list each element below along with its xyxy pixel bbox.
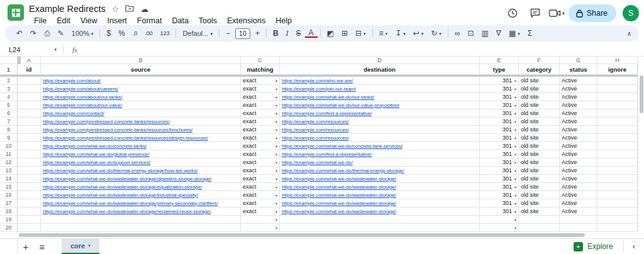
- redo-icon[interactable]: ↷: [26, 30, 40, 37]
- comment-history-icon[interactable]: [526, 4, 545, 23]
- cell-source[interactable]: https://example.com/about/: [41, 77, 241, 85]
- matching-dropdown-icon[interactable]: ▾: [275, 111, 277, 116]
- menu-extensions[interactable]: Extensions: [222, 16, 270, 26]
- cell-id[interactable]: [18, 118, 41, 126]
- italic-icon[interactable]: I: [282, 30, 292, 37]
- meet-button[interactable]: ▾: [548, 8, 565, 18]
- field-header-source[interactable]: source: [41, 64, 241, 75]
- row-number[interactable]: 11: [0, 150, 18, 158]
- meet-dropdown-icon[interactable]: ▾: [562, 11, 565, 16]
- matching-dropdown-icon[interactable]: ▾: [275, 119, 277, 124]
- create-filter-icon[interactable]: ∇: [492, 30, 505, 37]
- cell-destination[interactable]: https://example.com/find-a-representativ…: [280, 150, 480, 158]
- cell-type[interactable]: 301▾: [480, 167, 519, 175]
- cell-matching[interactable]: exact▾: [241, 93, 280, 101]
- menu-insert[interactable]: Insert: [103, 16, 132, 26]
- row-number[interactable]: 6: [0, 109, 18, 118]
- cell-id[interactable]: [18, 85, 41, 93]
- cell-id[interactable]: [18, 183, 41, 191]
- cell-matching[interactable]: exact▾: [241, 109, 280, 118]
- cell-type[interactable]: 301▾: [480, 77, 519, 85]
- text-rotation-icon[interactable]: ↻▾: [427, 30, 445, 37]
- type-dropdown-icon[interactable]: ▾: [514, 136, 516, 140]
- paint-format-icon[interactable]: ✎: [54, 30, 68, 37]
- cell-destination[interactable]: https://example.com/what-we-do/wastewate…: [280, 207, 480, 216]
- menu-edit[interactable]: Edit: [52, 16, 75, 26]
- cell-type[interactable]: 301▾: [480, 126, 519, 134]
- row-number[interactable]: 13: [0, 167, 18, 175]
- cell-id[interactable]: [18, 77, 41, 85]
- type-dropdown-icon[interactable]: ▾: [514, 209, 516, 214]
- cell-ignore[interactable]: [597, 142, 638, 150]
- cell-status[interactable]: Active: [560, 191, 597, 199]
- type-dropdown-icon[interactable]: ▾: [514, 87, 516, 91]
- all-sheets-icon[interactable]: ≡: [34, 241, 50, 252]
- cell-category[interactable]: old site: [519, 175, 560, 183]
- cell-ignore[interactable]: [597, 85, 638, 93]
- cell-source[interactable]: https://example.com/what-we-do/support-s…: [41, 158, 241, 167]
- destination-link[interactable]: https://example.com/what-we-do/wastewate…: [282, 176, 396, 182]
- column-header-F[interactable]: F: [519, 57, 560, 64]
- menu-help[interactable]: Help: [270, 16, 297, 26]
- horizontal-align-icon[interactable]: ≡▾: [375, 30, 392, 37]
- merge-cells-icon-dropdown-icon[interactable]: ▾: [364, 31, 366, 36]
- cell-category[interactable]: old site: [519, 207, 560, 216]
- cell-source[interactable]: https://example.com/what-we-do/wastewate…: [41, 175, 241, 183]
- destination-link[interactable]: https://example.com/what-we-do/wastewate…: [282, 184, 396, 190]
- cell-status[interactable]: Active: [560, 167, 597, 175]
- text-wrap-icon[interactable]: ↩▾: [409, 30, 428, 37]
- cell-id[interactable]: [18, 150, 41, 158]
- cell-type[interactable]: 301▾: [480, 85, 519, 93]
- borders-icon[interactable]: ⊞: [338, 30, 352, 37]
- field-header-type[interactable]: type: [480, 64, 519, 75]
- destination-link[interactable]: https://example.com/what-we-do/wastewate…: [282, 192, 396, 198]
- cell-id[interactable]: [18, 224, 41, 232]
- horizontal-scrollbar-thumb[interactable]: [19, 233, 585, 237]
- source-link[interactable]: https://example.com/prestressed-concrete…: [43, 135, 208, 141]
- cell-source[interactable]: https://example.com/prestressed-concrete…: [41, 134, 241, 142]
- cell-type[interactable]: 301▾: [480, 101, 519, 109]
- row-number[interactable]: 3: [0, 85, 18, 93]
- cell-destination[interactable]: https://example.com/what-we-do/concrete-…: [280, 142, 480, 150]
- row-number[interactable]: 17: [0, 199, 18, 207]
- share-button[interactable]: Share: [569, 4, 616, 22]
- cell-category[interactable]: old site: [519, 101, 560, 109]
- cell-destination[interactable]: https://example.com/join-our-team/: [280, 85, 480, 93]
- font-select-dropdown-icon[interactable]: ▾: [210, 31, 213, 36]
- cell-matching[interactable]: exact▾: [241, 183, 280, 191]
- row-number[interactable]: 7: [0, 118, 18, 126]
- sheet-tab-core[interactable]: core ▾: [62, 239, 99, 254]
- matching-dropdown-icon[interactable]: ▾: [275, 177, 277, 181]
- cell-destination[interactable]: https://example.com/resources/: [280, 134, 480, 142]
- type-dropdown-icon[interactable]: ▾: [514, 144, 516, 148]
- cell-ignore[interactable]: [597, 77, 638, 85]
- cell-id[interactable]: [18, 207, 41, 216]
- cell-status[interactable]: Active: [560, 118, 597, 126]
- cell-status[interactable]: Active: [560, 134, 597, 142]
- destination-link[interactable]: https://example.com/find-a-representativ…: [282, 111, 372, 116]
- source-link[interactable]: https://example.com/what-we-do/support-s…: [43, 160, 150, 165]
- text-color-icon[interactable]: A: [305, 29, 318, 38]
- row-number[interactable]: 14: [0, 175, 18, 183]
- cell-id[interactable]: [18, 199, 41, 207]
- cell-source[interactable]: https://example.com/what-we-do/wastewate…: [41, 191, 241, 199]
- cell-id[interactable]: [18, 158, 41, 167]
- cell-source[interactable]: https://example.com/prestressed-concrete…: [41, 126, 241, 134]
- cell-ignore[interactable]: [597, 150, 638, 158]
- menu-view[interactable]: View: [75, 16, 103, 26]
- row-number[interactable]: 16: [0, 191, 18, 199]
- cell-destination[interactable]: https://example.com/what-we-do/wastewate…: [280, 175, 480, 183]
- cell-type[interactable]: 301▾: [480, 207, 519, 216]
- type-dropdown-icon[interactable]: ▾: [514, 128, 516, 132]
- matching-dropdown-icon[interactable]: ▾: [275, 136, 277, 140]
- destination-link[interactable]: https://example.com/what-we-do/wastewate…: [282, 209, 396, 214]
- row-number[interactable]: 12: [0, 158, 18, 167]
- vertical-scrollbar-thumb[interactable]: [640, 75, 643, 113]
- cell-ignore[interactable]: [597, 191, 638, 199]
- source-link[interactable]: https://example.com/prestressed-concrete…: [43, 127, 192, 133]
- row-number[interactable]: 10: [0, 142, 18, 150]
- format-currency-icon[interactable]: $: [103, 30, 114, 37]
- column-header-E[interactable]: E: [480, 57, 519, 64]
- matching-dropdown-icon[interactable]: ▾: [275, 226, 277, 230]
- cell-category[interactable]: old site: [519, 134, 560, 142]
